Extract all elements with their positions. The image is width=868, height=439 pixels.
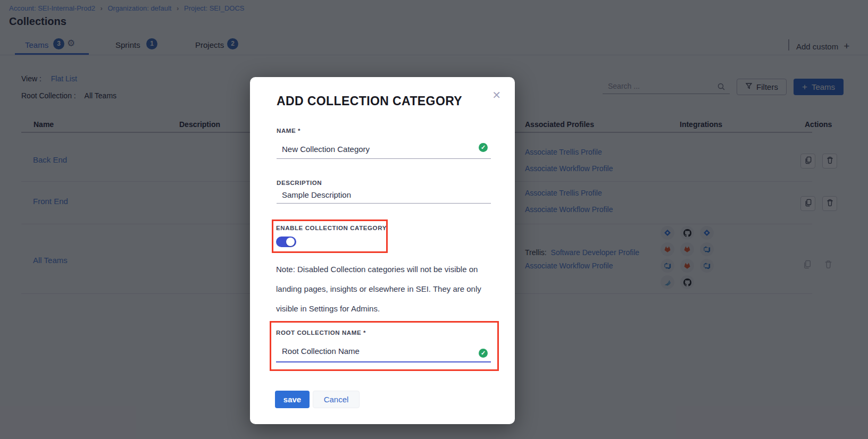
save-button[interactable]: save	[275, 391, 310, 408]
close-icon[interactable]: ✕	[492, 89, 501, 102]
valid-check-icon: ✓	[479, 143, 488, 152]
description-input-underline	[277, 203, 491, 204]
annotation-box-root-collection	[270, 321, 499, 371]
cancel-button[interactable]: Cancel	[313, 391, 360, 408]
description-input[interactable]	[282, 190, 473, 199]
annotation-box-enable-toggle	[272, 220, 388, 253]
disabled-note: Note: Disabled Collection categories wil…	[276, 259, 481, 318]
note-line: visible in Settings for Admins.	[276, 299, 481, 318]
name-input[interactable]	[282, 145, 473, 154]
note-line: landing pages, insights or elsewhere in …	[276, 279, 481, 299]
app-window: Account: SEI-Internal-Prod2 › Organizati…	[0, 0, 868, 439]
name-input-underline	[277, 158, 491, 159]
modal-title: ADD COLLECTION CATEGORY	[277, 94, 462, 108]
description-label: DESCRIPTION	[277, 180, 322, 186]
name-label: NAME *	[277, 128, 301, 134]
note-line: Note: Disabled Collection categories wil…	[276, 259, 481, 279]
